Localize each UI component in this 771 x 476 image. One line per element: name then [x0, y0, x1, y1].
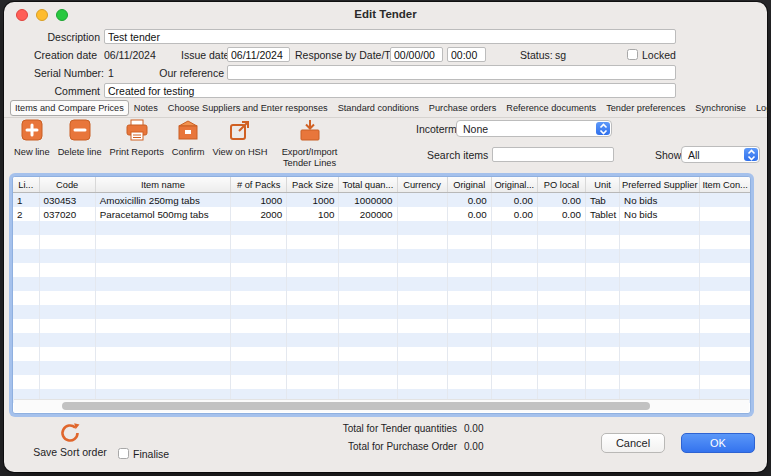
- column-header[interactable]: Preferred Supplier: [620, 177, 700, 193]
- column-header[interactable]: Code: [39, 177, 95, 193]
- total-purchase-order-label: Total for Purchase Order: [284, 441, 457, 452]
- column-header[interactable]: PO local: [537, 177, 585, 193]
- table-cell[interactable]: [397, 207, 447, 221]
- column-header[interactable]: Original...: [491, 177, 537, 193]
- column-header[interactable]: Total quan...: [339, 177, 397, 193]
- table-cell[interactable]: [700, 193, 750, 208]
- table-cell[interactable]: Tablet: [585, 207, 619, 221]
- tab-reference-documents[interactable]: Reference documents: [501, 100, 601, 116]
- print-reports-button[interactable]: Print Reports: [110, 119, 164, 158]
- table-cell: [231, 291, 287, 305]
- table-cell: [491, 291, 537, 305]
- table-cell: [447, 319, 491, 333]
- table-cell[interactable]: 030453: [39, 193, 95, 208]
- response-date-input[interactable]: [390, 47, 443, 62]
- tab-synchronise[interactable]: Synchronise: [690, 100, 751, 116]
- table-cell[interactable]: 200000: [339, 207, 397, 221]
- our-reference-input[interactable]: [227, 65, 676, 80]
- horizontal-scrollbar-track[interactable]: [14, 399, 749, 412]
- finalise-label: Finalise: [133, 448, 169, 460]
- tab-choose-suppliers-and-enter-responses[interactable]: Choose Suppliers and Enter responses: [163, 100, 333, 116]
- table-cell: [13, 347, 39, 361]
- table-cell[interactable]: 1000: [287, 193, 339, 208]
- cancel-button[interactable]: Cancel: [601, 433, 665, 453]
- table-cell: [39, 333, 95, 347]
- table-row-empty: [13, 249, 750, 263]
- table-cell[interactable]: 0.00: [447, 193, 491, 208]
- serial-number-value: 1: [108, 67, 114, 79]
- table-cell[interactable]: 0.00: [491, 207, 537, 221]
- search-items-input[interactable]: [492, 147, 614, 162]
- tab-tender-preferences[interactable]: Tender preferences: [601, 100, 690, 116]
- export-import-tender-lines-button[interactable]: Export/Import Tender Lines: [276, 119, 344, 168]
- table-cell[interactable]: [397, 193, 447, 208]
- table-cell: [447, 375, 491, 389]
- table-cell[interactable]: 1000: [231, 193, 287, 208]
- horizontal-scrollbar-thumb[interactable]: [62, 402, 650, 410]
- table-cell: [287, 249, 339, 263]
- column-header[interactable]: Currency: [397, 177, 447, 193]
- comment-input[interactable]: [104, 83, 676, 98]
- table-cell[interactable]: No bids: [620, 193, 700, 208]
- ok-button[interactable]: OK: [681, 433, 755, 453]
- column-header[interactable]: Original: [447, 177, 491, 193]
- edit-tender-window: Edit Tender Description Creation date 06…: [4, 2, 767, 472]
- tab-log[interactable]: Log: [751, 100, 771, 116]
- new-line-button[interactable]: New line: [14, 119, 50, 158]
- table-cell: [339, 277, 397, 291]
- confirm-button[interactable]: Confirm: [172, 119, 205, 158]
- delete-line-button[interactable]: Delete line: [58, 119, 102, 158]
- comment-label: Comment: [32, 85, 100, 97]
- table-cell[interactable]: 0.00: [491, 193, 537, 208]
- column-header[interactable]: Pack Size: [287, 177, 339, 193]
- tab-standard-conditions[interactable]: Standard conditions: [333, 100, 424, 116]
- incoterm-dropdown[interactable]: None: [456, 120, 612, 137]
- table-cell[interactable]: 1000000: [339, 193, 397, 208]
- show-label: Show: [655, 149, 681, 161]
- column-header[interactable]: Li...: [13, 177, 39, 193]
- table-cell[interactable]: Paracetamol 500mg tabs: [95, 207, 230, 221]
- table-cell[interactable]: 037020: [39, 207, 95, 221]
- table-cell: [620, 291, 700, 305]
- column-header[interactable]: Item name: [95, 177, 230, 193]
- plus-icon: [19, 119, 45, 145]
- tab-purchase-orders[interactable]: Purchase orders: [424, 100, 501, 116]
- view-on-hsh-button[interactable]: View on HSH: [212, 119, 267, 158]
- table-row-empty: [13, 375, 750, 389]
- table-cell[interactable]: 0.00: [537, 207, 585, 221]
- save-sort-order-button[interactable]: [58, 421, 82, 447]
- table-cell[interactable]: 2000: [231, 207, 287, 221]
- table-cell[interactable]: Tab: [585, 193, 619, 208]
- table-cell: [287, 375, 339, 389]
- issue-date-input[interactable]: [227, 47, 290, 62]
- table-cell[interactable]: 0.00: [537, 193, 585, 208]
- table-cell: [585, 221, 619, 235]
- show-dropdown[interactable]: All: [681, 146, 760, 163]
- table-cell[interactable]: No bids: [620, 207, 700, 221]
- table-cell[interactable]: 100: [287, 207, 339, 221]
- column-header[interactable]: # of Packs: [231, 177, 287, 193]
- tab-notes[interactable]: Notes: [129, 100, 163, 116]
- table-cell: [491, 347, 537, 361]
- table-cell: [620, 277, 700, 291]
- table-cell[interactable]: Amoxicillin 250mg tabs: [95, 193, 230, 208]
- finalise-checkbox[interactable]: [118, 448, 129, 459]
- table-cell[interactable]: [700, 207, 750, 221]
- tab-items-and-compare-prices[interactable]: Items and Compare Prices: [10, 100, 129, 116]
- table-cell: [39, 347, 95, 361]
- column-header[interactable]: Item Con...: [700, 177, 750, 193]
- description-input[interactable]: [104, 29, 676, 44]
- table-cell: [620, 347, 700, 361]
- response-time-input[interactable]: [447, 47, 486, 62]
- table-cell: [13, 319, 39, 333]
- table-cell[interactable]: 2: [13, 207, 39, 221]
- table-row-empty: [13, 235, 750, 249]
- locked-checkbox[interactable]: [627, 49, 638, 60]
- column-header[interactable]: Unit: [585, 177, 619, 193]
- tab-bar: Items and Compare PricesNotesChoose Supp…: [10, 99, 763, 116]
- table-cell[interactable]: 0.00: [447, 207, 491, 221]
- table-cell[interactable]: 1: [13, 193, 39, 208]
- table-row[interactable]: 1030453Amoxicillin 250mg tabs10001000100…: [13, 193, 750, 208]
- table-row[interactable]: 2037020Paracetamol 500mg tabs20001002000…: [13, 207, 750, 221]
- table-row-empty: [13, 319, 750, 333]
